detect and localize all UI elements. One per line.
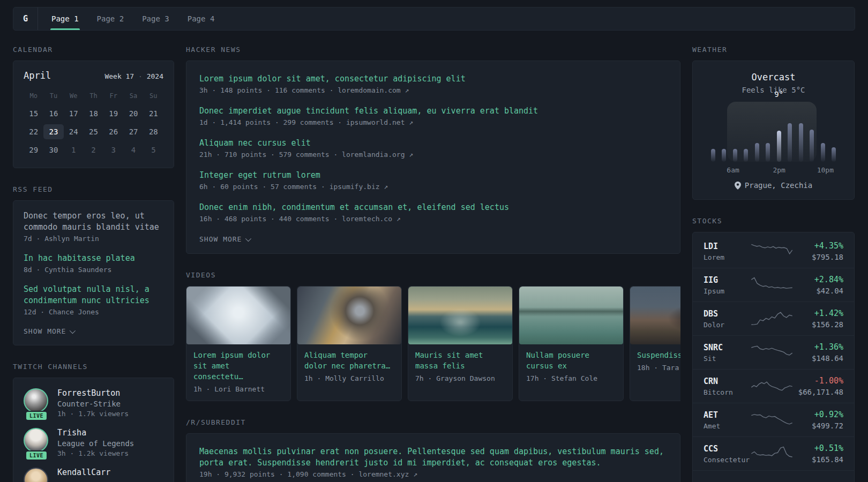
stock-row[interactable]: LDI Lorem +4.35% $795.18 [693, 235, 854, 268]
calendar-day: 18 [84, 106, 103, 121]
show-more-label: SHOW MORE [199, 235, 242, 243]
video-thumbnail[interactable] [519, 287, 623, 344]
rss-item-title[interactable]: Sed volutpat nulla nisl, a condimentum n… [24, 284, 163, 306]
stock-price: $165.84 [794, 455, 843, 464]
video-title[interactable]: Nullam posuere cursus ex [526, 350, 616, 371]
twitch-channel-game: Counter-Strike [57, 400, 129, 408]
weekday-label: Sa [123, 90, 143, 103]
calendar-day-selected: 23 [43, 124, 63, 139]
video-title[interactable]: Aliquam tempor dolor nec pharetra… [304, 350, 394, 371]
rss-widget: RSS FEED Donec tempor eros leo, ut commo… [13, 185, 174, 345]
video-title[interactable]: Lorem ipsum dolor sit amet consectetu… [193, 350, 283, 382]
video-meta: 1h · Molly Carrillo [304, 374, 394, 382]
rss-item-title[interactable]: Donec tempor eros leo, ut commodo mauris… [24, 210, 163, 233]
videos-section-title: VIDEOS [186, 271, 680, 279]
video-card: Lorem ipsum dolor sit amet consectetu… 1… [186, 286, 291, 401]
stock-name: Dolor [704, 321, 750, 329]
location-pin-icon [735, 182, 741, 190]
stock-row[interactable]: DBS Dolor +1.42% $156.28 [693, 302, 854, 336]
videos-row: Lorem ipsum dolor sit amet consectetu… 1… [186, 286, 680, 401]
tab-page-3[interactable]: Page 3 [133, 7, 178, 30]
video-thumbnail[interactable] [630, 287, 680, 344]
tab-page-2[interactable]: Page 2 [88, 7, 133, 30]
current-temp-label: 9° [774, 90, 783, 99]
rss-card: Donec tempor eros leo, ut commodo mauris… [13, 200, 174, 345]
hn-item-meta[interactable]: 16h · 468 points · 440 comments · loremt… [199, 215, 667, 223]
weather-bar [766, 102, 770, 162]
twitch-avatar-wrap: LIVE [24, 388, 49, 418]
subreddit-post-meta[interactable]: 19h · 9,932 points · 1,090 comments · lo… [199, 470, 667, 478]
hn-item-meta[interactable]: 6h · 60 points · 57 comments · ipsumify.… [199, 183, 667, 191]
tab-page-4[interactable]: Page 4 [178, 7, 224, 30]
stock-row[interactable]: CCS Consectetur +0.51% $165.84 [693, 437, 854, 471]
calendar-day-next-month: 4 [123, 142, 143, 157]
stock-name: Ipsum [704, 287, 750, 295]
videos-widget: VIDEOS Lorem ipsum dolor sit amet consec… [186, 271, 680, 401]
time-tick-label: 6am [727, 166, 739, 174]
stock-name: Consectetur [704, 456, 750, 464]
hn-item-meta[interactable]: 1d · 1,414 points · 299 comments · ipsum… [199, 118, 667, 126]
stock-name: Amet [704, 422, 750, 430]
subreddit-post-title[interactable]: Maecenas mollis pulvinar erat non posuer… [199, 446, 667, 469]
video-card: Nullam posuere cursus ex 17h · Stefan Co… [519, 286, 624, 401]
avatar[interactable] [24, 428, 48, 453]
stock-row[interactable]: AET Amet +0.92% $499.72 [693, 403, 854, 437]
twitch-channel-name[interactable]: ForrestBurton [57, 388, 129, 398]
twitch-channel-row[interactable]: LIVE Trisha League of Legends 3h · 1.2k … [24, 428, 163, 457]
hn-item-title[interactable]: Integer eget rutrum lorem [199, 170, 667, 181]
stock-row[interactable]: IIG Ipsum +2.84% $42.04 [693, 268, 854, 302]
calendar-day: 27 [123, 124, 143, 139]
stock-price: $66,171.48 [794, 388, 843, 396]
stock-row[interactable]: AHS +0.46% [693, 471, 854, 482]
twitch-channel-name[interactable]: KendallCarr [57, 468, 110, 477]
hn-item: Donec enim nibh, condimentum et accumsan… [199, 202, 667, 223]
stock-sparkline [750, 477, 794, 482]
video-thumbnail[interactable] [408, 287, 512, 344]
hn-item-meta[interactable]: 21h · 710 points · 579 comments · loreml… [199, 150, 667, 159]
calendar-day-next-month: 5 [144, 142, 163, 157]
twitch-channel-row[interactable]: LIVE ForrestBurton Counter-Strike 1h · 1… [24, 388, 163, 418]
stock-change: +4.35% [794, 241, 843, 251]
video-meta: 7h · Grayson Dawson [415, 374, 505, 382]
stock-row[interactable]: CRN Bitcorn -1.00% $66,171.48 [693, 370, 854, 403]
twitch-channel-name[interactable]: Trisha [57, 428, 134, 438]
weather-condition: Overcast [705, 72, 842, 82]
weather-location-text: Prague, Czechia [745, 181, 812, 190]
stock-change: +2.84% [794, 275, 843, 284]
stock-symbol: IIG [704, 275, 750, 285]
tab-page-1[interactable]: Page 1 [42, 7, 88, 30]
calendar-week-number: Week 17 [104, 72, 134, 80]
video-thumbnail[interactable] [297, 287, 401, 344]
calendar-separator: · [138, 72, 143, 80]
weather-bar [788, 102, 792, 162]
weather-bar [744, 102, 748, 162]
hn-item-title[interactable]: Aliquam nec cursus elit [199, 138, 667, 149]
hn-item-meta[interactable]: 3h · 148 points · 116 comments · loremdo… [199, 86, 667, 94]
video-card: Suspendisse diam 18h · Tara [630, 286, 680, 401]
video-thumbnail[interactable] [186, 287, 290, 344]
hn-show-more-button[interactable]: SHOW MORE [199, 235, 250, 243]
calendar-day: 22 [24, 124, 43, 139]
avatar[interactable] [24, 388, 48, 413]
video-title[interactable]: Suspendisse diam [637, 350, 680, 360]
hn-item: Lorem ipsum dolor sit amet, consectetur … [199, 73, 667, 94]
stock-price: $148.64 [794, 354, 843, 363]
subreddit-widget: /R/SUBREDDIT Maecenas mollis pulvinar er… [186, 418, 680, 482]
rss-show-more-button[interactable]: SHOW MORE [24, 327, 74, 335]
subreddit-post: Maecenas mollis pulvinar erat non posuer… [199, 446, 667, 478]
stock-row[interactable]: SNRC Sit +1.36% $148.64 [693, 336, 854, 370]
rss-item-title[interactable]: In hac habitasse platea [24, 253, 163, 264]
stock-sparkline [750, 444, 794, 463]
twitch-channel-row[interactable]: KendallCarr [24, 468, 163, 482]
calendar-day: 30 [43, 142, 63, 157]
rss-item-meta: 7d · Ashlyn Martin [24, 235, 163, 243]
hn-item-title[interactable]: Lorem ipsum dolor sit amet, consectetur … [199, 73, 667, 85]
video-title[interactable]: Mauris sit amet massa felis [415, 350, 505, 371]
hn-item-title[interactable]: Donec enim nibh, condimentum et accumsan… [199, 202, 667, 213]
twitch-widget: TWITCH CHANNELS LIVE ForrestBurton Count… [13, 363, 174, 482]
weather-section-title: WEATHER [692, 46, 855, 54]
hn-item-title[interactable]: Donec imperdiet augue tincidunt felis al… [199, 106, 667, 117]
avatar[interactable] [24, 468, 48, 482]
rss-item: Sed volutpat nulla nisl, a condimentum n… [24, 284, 163, 316]
twitch-card: LIVE ForrestBurton Counter-Strike 1h · 1… [13, 378, 174, 482]
